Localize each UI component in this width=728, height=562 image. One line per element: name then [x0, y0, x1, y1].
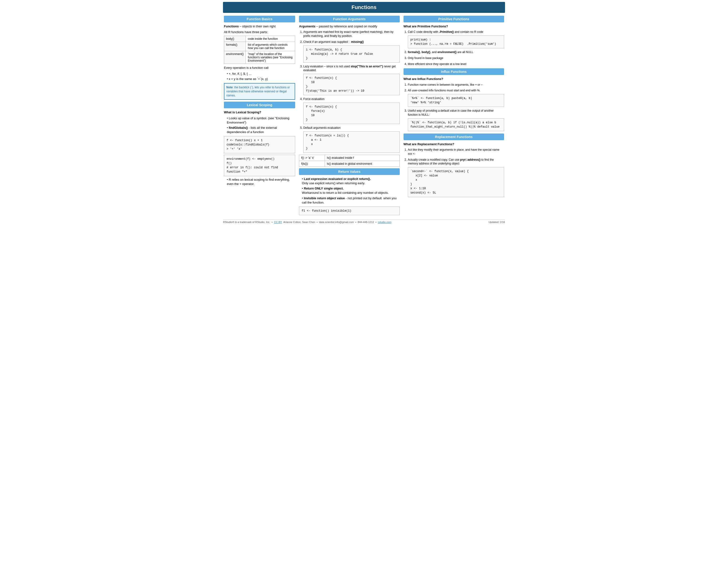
return-values-header: Return Values	[299, 168, 399, 175]
page: Functions Function Basics Functions – ob…	[221, 0, 507, 226]
influx-item-1: Function name comes in between its argum…	[408, 83, 504, 87]
operation-bullets: +, for, if, [, $, { … x + y is the same …	[224, 72, 295, 81]
result-2-right: ls() evaluated in global environment	[325, 161, 399, 167]
replacement-what: What are Replacement Functions?	[404, 142, 504, 146]
return-bullet-3: Invisible return object value - not prin…	[299, 196, 399, 205]
result-2-left: f(ls())	[299, 161, 325, 167]
replacement-item-1: Act like they modify their arguments in …	[408, 148, 504, 156]
return-bullets: Last expression evaluated or explicit re…	[299, 177, 399, 205]
footer-right: Updated: 2/16	[489, 221, 505, 224]
primitive-item-3: Only found in base package	[408, 56, 504, 60]
table-row: environment() "map" of the location of t…	[224, 51, 295, 64]
table-row: body() code inside the function	[224, 36, 295, 42]
arg-item-2: Check if an argument was supplied : miss…	[303, 40, 399, 63]
bullet-xy: x + y is the same as `+`(x, y)	[224, 77, 295, 81]
scoping-bullet-1: Looks up value of a symbol. (see "Enclos…	[224, 116, 295, 125]
main-title: Functions	[223, 2, 505, 13]
rstudio-link[interactable]: rstudio.com	[378, 221, 391, 224]
invisible-code: f1 <- function() invisible(1)	[299, 207, 399, 215]
footer-left: RStudio® is a trademark of RStudio, Inc.…	[223, 221, 391, 224]
lazy-eval-code: f <- function(x) { 10 } f(stop('This is …	[303, 74, 399, 95]
influx-section: Influx Functions What are Influx Functio…	[404, 68, 504, 131]
intro-three-parts: All R functions have three parts:	[224, 30, 295, 34]
influx-item-2: All user-created infix functions must st…	[408, 89, 504, 107]
three-column-layout: Function Basics Functions – objects in t…	[223, 15, 505, 218]
replacement-item-2: Actually create a modified copy. Can use…	[408, 158, 504, 197]
bullet-operators: +, for, if, [, $, { …	[224, 72, 295, 76]
lexical-scoping-header: Lexical Scoping	[224, 102, 295, 108]
arg-item-1: Arguments are matched first by exact nam…	[303, 30, 399, 38]
cc-by-link[interactable]: CC BY	[274, 221, 282, 224]
primitive-item-2: formals(), body(), and environment() are…	[408, 50, 504, 54]
col-primitive-influx-replacement: Primitive Functions What are Primitive F…	[403, 15, 505, 218]
every-operation: Every operation is a function call	[224, 66, 295, 70]
influx-what: What are Influx Functions?	[404, 77, 504, 81]
missing-code: i <- function(a, b) { missing(a) -> # re…	[303, 45, 399, 63]
primitive-item-4: More efficient since they operate at a l…	[408, 62, 504, 66]
primitive-section: Primitive Functions What are Primitive F…	[404, 16, 504, 66]
environment-label: environment()	[224, 51, 246, 64]
result-1-left: f() -> 'a' 'x'	[299, 155, 325, 161]
replacement-code: `second<-` <- function(x, value) { x[2] …	[408, 167, 504, 197]
scoping-code-1: f <- function() x + 1 codetools::findGlo…	[224, 136, 295, 153]
primitive-item-1: Call C code directly with .Primitive() a…	[408, 30, 504, 48]
default-args-code: f <- function(x = ls()) { a <- 1 x }	[303, 131, 399, 153]
intro-functions: Functions – objects in their own right	[224, 24, 295, 29]
scoping-note-bullet: R relies on lexical scoping to find ever…	[224, 178, 295, 186]
scoping-bullets: Looks up value of a symbol. (see "Enclos…	[224, 116, 295, 135]
influx-code-2: `%||%` <- function(a, b) if (!is.null(a)…	[408, 118, 504, 131]
force-eval-code: f <- function(x) { force(x) 10 }	[303, 103, 399, 124]
args-ordered-list: Arguments are matched first by exact nam…	[303, 30, 399, 153]
arg-item-3: Lazy evaluation – since x is not used st…	[303, 65, 399, 96]
function-basics-header: Function Basics	[224, 16, 295, 22]
influx-item-3: Useful way of providing a default value …	[408, 109, 504, 131]
note-backtick: Note: the backtick (`), lets you refer t…	[224, 83, 295, 100]
replacement-list: Act like they modify their arguments in …	[408, 148, 504, 197]
result-1-right: ls() evaluated inside f	[325, 155, 399, 161]
replacement-section: Replacement Functions What are Replaceme…	[404, 134, 504, 197]
table-row: f(ls()) ls() evaluated in global environ…	[299, 161, 399, 167]
col-function-arguments: Function Arguments Arguments – passed by…	[298, 15, 400, 218]
return-bullet-2: Return ONLY single object. Workaround is…	[299, 186, 399, 195]
col-function-basics: Function Basics Functions – objects in t…	[223, 15, 296, 218]
body-desc: code inside the function	[246, 36, 295, 42]
args-results-table: f() -> 'a' 'x' ls() evaluated inside f f…	[299, 155, 399, 167]
arg-item-4: Force evaluation f <- function(x) { forc…	[303, 97, 399, 124]
scoping-what-label: What is Lexical Scoping?	[224, 110, 295, 115]
influx-code-1: `%+%` <- function(a, b) paste0(a, b) 'ne…	[408, 94, 504, 107]
replacement-functions-header: Replacement Functions	[404, 134, 504, 140]
function-parts-table: body() code inside the function formals(…	[224, 36, 295, 64]
formals-desc: list of arguments which controls how you…	[246, 42, 295, 51]
return-bullet-1: Last expression evaluated or explicit re…	[299, 177, 399, 186]
footer: RStudio® is a trademark of RStudio, Inc.…	[223, 220, 505, 224]
table-row: formals() list of arguments which contro…	[224, 42, 295, 51]
environment-desc: "map" of the location of the function's …	[246, 51, 295, 64]
scoping-note: R relies on lexical scoping to find ever…	[224, 178, 295, 186]
args-intro: Arguments – passed by reference and copi…	[299, 24, 399, 29]
scoping-bullet-2: findGlobals() - lists all the external d…	[224, 126, 295, 134]
primitive-list: Call C code directly with .Primitive() a…	[408, 30, 504, 66]
primitive-code: print(sum) : > function (..., na.rm = FA…	[408, 35, 504, 48]
formals-label: formals()	[224, 42, 246, 51]
primitive-what: What are Primitive Functions?	[404, 24, 504, 29]
body-label: body()	[224, 36, 246, 42]
influx-list: Function name comes in between its argum…	[408, 83, 504, 131]
table-row: f() -> 'a' 'x' ls() evaluated inside f	[299, 155, 399, 161]
primitive-functions-header: Primitive Functions	[404, 16, 504, 22]
influx-functions-header: Influx Functions	[404, 68, 504, 75]
arg-item-5: Default arguments evaluation f <- functi…	[303, 126, 399, 153]
scoping-code-2: environment(f) <- emptyenv() f() # error…	[224, 155, 295, 176]
function-arguments-header: Function Arguments	[299, 16, 399, 22]
